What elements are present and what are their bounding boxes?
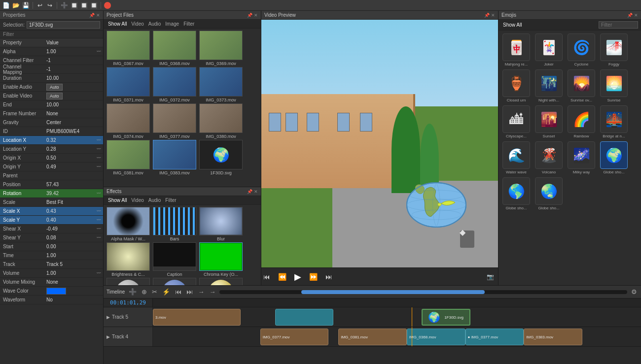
save-icon[interactable]: 💾 <box>22 1 30 9</box>
eff-pin-icon[interactable]: 📌 <box>247 189 252 194</box>
emoji-item[interactable]: 🏺Closed urn <box>500 68 532 103</box>
effect-item[interactable]: Blur <box>198 207 244 241</box>
curve-icon[interactable]: 〰 <box>97 227 101 232</box>
track-content[interactable]: IMG_0377.movIMG_0381.movIMG_0368.mov● IM… <box>153 327 641 346</box>
new-file-icon[interactable]: 📄 <box>2 1 10 9</box>
curve-icon[interactable]: 〰 <box>97 209 101 214</box>
file-item[interactable]: IMG_0368.mov <box>152 31 197 66</box>
properties-pin-icon[interactable]: 📌 <box>89 13 95 18</box>
timeline-cut-button[interactable]: ✂ <box>151 288 158 296</box>
pf-tab-video[interactable]: Video <box>130 21 145 27</box>
emojis-filter-input[interactable] <box>599 21 638 29</box>
emoji-item[interactable]: 🌇Sunset <box>533 104 565 139</box>
curve-icon[interactable]: 〰 <box>97 138 101 143</box>
play-button[interactable]: ▶ <box>292 270 303 283</box>
emoji-item[interactable]: 🌋Volcano <box>533 140 565 175</box>
file-item[interactable]: IMG_0380.mov <box>198 103 244 139</box>
emoji-item[interactable]: 🌉Bridge at n... <box>598 104 630 139</box>
pf-tab-showall[interactable]: Show All <box>107 21 128 27</box>
emoji-item[interactable]: 🌅Sunrise <box>598 68 630 103</box>
selection-input[interactable] <box>27 21 100 29</box>
curve-icon[interactable]: 〰 <box>97 156 101 161</box>
track-clip[interactable] <box>275 309 334 326</box>
curve-icon[interactable]: 〰 <box>97 49 101 54</box>
timeline-razor-button[interactable]: ⚡ <box>161 288 171 296</box>
curve-icon[interactable]: 〰 <box>97 218 101 223</box>
timeline-prev-button[interactable]: → <box>197 288 205 296</box>
vp-pin-icon[interactable]: 📌 <box>484 13 490 18</box>
timeline-snap-button[interactable]: ⊕ <box>141 288 148 296</box>
emoji-item[interactable]: 🌎Globe sho... <box>500 176 532 211</box>
eff-close-icon[interactable]: ✕ <box>254 189 258 194</box>
file-item[interactable]: IMG_0377.mov <box>152 103 197 139</box>
step-back-button[interactable]: ⏪ <box>276 272 288 282</box>
timeline-next-button[interactable]: → <box>208 288 216 296</box>
effect-item[interactable]: Caption <box>152 242 197 277</box>
eff-tab-showall[interactable]: Show All <box>107 198 128 203</box>
add-icon[interactable]: ➕ <box>60 1 68 9</box>
emoji-item[interactable]: 🌈Rainbow <box>566 104 597 139</box>
track-clip[interactable]: 3.mov <box>153 309 241 326</box>
effect-item[interactable]: Chroma Key (O... <box>198 242 244 277</box>
pf-close-icon[interactable]: ✕ <box>254 13 258 18</box>
wave-color-swatch[interactable] <box>46 288 66 295</box>
redo-icon[interactable]: ↪ <box>46 1 54 9</box>
curve-icon[interactable]: 〰 <box>97 165 101 169</box>
pf-tab-image[interactable]: Image <box>164 21 180 27</box>
track-clip[interactable]: IMG_0383.mov <box>524 329 582 345</box>
effect-item[interactable] <box>106 278 151 285</box>
emoji-item[interactable]: 🏙Cityscape... <box>500 104 532 139</box>
file-item[interactable]: IMG_0383.mov <box>152 140 197 175</box>
file-item[interactable]: IMG_0367.mov <box>106 31 151 66</box>
file-item[interactable]: IMG_0372.mov <box>152 67 197 102</box>
effect-item[interactable] <box>152 278 197 285</box>
eff-tab-filter[interactable]: Filter <box>164 198 178 203</box>
properties-close-icon[interactable]: ✕ <box>96 13 100 18</box>
eff-tab-audio[interactable]: Audio <box>147 198 163 203</box>
prop-btn-enable-video[interactable]: Auto <box>46 93 63 99</box>
effect-item[interactable] <box>198 278 244 285</box>
emoji-item[interactable]: 🌄Sunrise ov... <box>566 68 597 103</box>
effect-item[interactable]: Alpha Mask / W... <box>106 207 151 241</box>
track-content[interactable]: 3.mov🌍1F30D.svg <box>153 307 641 327</box>
timeline-jump-end-button[interactable]: ⏭ <box>185 288 194 296</box>
emoji-item[interactable]: 🌍Globe sho... <box>598 140 630 175</box>
file-item[interactable]: IMG_0381.mov <box>106 140 151 175</box>
em-tab-showall[interactable]: Show All <box>501 22 523 28</box>
pf-pin-icon[interactable]: 📌 <box>247 13 252 18</box>
track-clip[interactable]: IMG_0381.mov <box>338 329 407 345</box>
track-clip[interactable]: ● IMG_0377.mov <box>465 329 524 345</box>
emoji-item[interactable]: 🌊Water wave <box>500 140 532 175</box>
tool-icon-2[interactable]: 🔲 <box>80 1 88 9</box>
track-clip[interactable]: IMG_0368.mov <box>407 329 465 345</box>
file-item[interactable]: IMG_0371.mov <box>106 67 151 102</box>
emoji-item[interactable]: 🃏Joker <box>533 33 565 67</box>
record-button[interactable] <box>104 2 111 9</box>
curve-icon[interactable]: 〰 <box>97 271 101 276</box>
emoji-item[interactable]: 🌌Milky way <box>566 140 597 175</box>
file-item[interactable]: 🌍1F30D.svg <box>198 140 244 175</box>
screenshot-button[interactable]: 📷 <box>487 273 494 280</box>
file-item[interactable]: IMG_0369.mov <box>198 31 244 66</box>
em-close-icon[interactable]: ✕ <box>634 13 638 18</box>
vp-close-icon[interactable]: ✕ <box>491 13 495 18</box>
eff-tab-video[interactable]: Video <box>130 198 145 203</box>
curve-icon[interactable]: 〰 <box>97 147 101 152</box>
emoji-item[interactable]: 🌀Cyclone <box>566 33 597 67</box>
emoji-item[interactable]: 🀄Mahjong re... <box>500 33 532 67</box>
file-item[interactable]: IMG_0374.mov <box>106 103 151 139</box>
undo-icon[interactable]: ↩ <box>36 1 44 9</box>
timeline-settings-icon[interactable]: ⚙ <box>630 288 638 296</box>
track-clip[interactable]: 🌍1F30D.svg <box>422 309 470 326</box>
effect-item[interactable]: Bars <box>152 207 197 241</box>
step-forward-button[interactable]: ⏩ <box>307 272 320 282</box>
open-icon[interactable]: 📂 <box>12 1 20 9</box>
emoji-item[interactable]: 🌏Globe sho... <box>533 176 565 211</box>
file-item[interactable]: IMG_0373.mov <box>198 67 244 102</box>
curve-icon[interactable]: 〰 <box>97 191 101 196</box>
tool-icon-3[interactable]: 🔲 <box>90 1 98 9</box>
effect-item[interactable]: Brightness & C... <box>106 242 151 277</box>
timeline-add-button[interactable]: ➕ <box>128 288 138 296</box>
pf-tab-audio[interactable]: Audio <box>147 21 163 27</box>
timeline-jump-start-button[interactable]: ⏮ <box>174 288 182 296</box>
